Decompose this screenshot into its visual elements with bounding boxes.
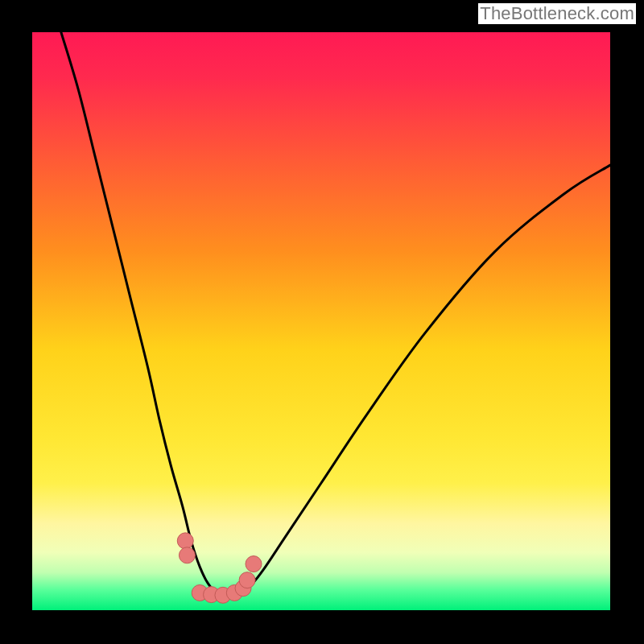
plot-area bbox=[32, 32, 610, 610]
attribution-label: TheBottleneck.com bbox=[478, 3, 636, 24]
bottleneck-chart bbox=[32, 32, 610, 610]
sample-dot bbox=[179, 547, 195, 564]
outer-frame: TheBottleneck.com bbox=[0, 0, 644, 644]
heatmap-background bbox=[32, 32, 610, 610]
sample-dot bbox=[177, 533, 193, 549]
sample-dot bbox=[246, 556, 262, 572]
sample-dot bbox=[239, 572, 255, 588]
